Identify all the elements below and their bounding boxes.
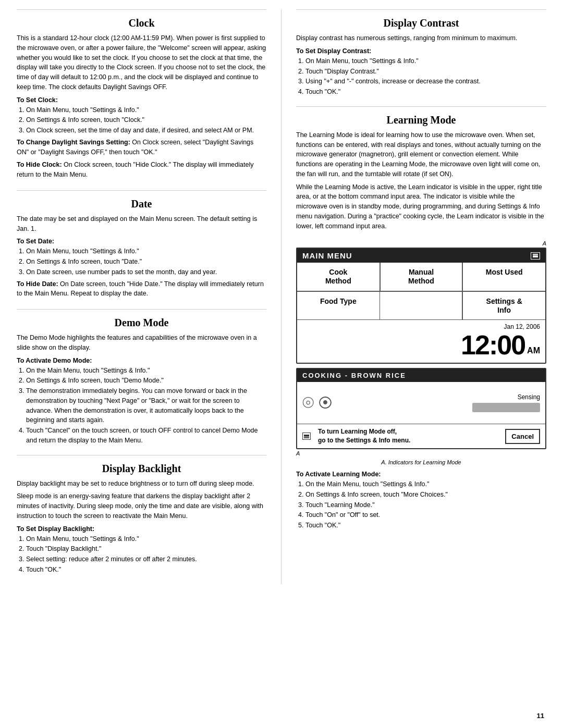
clock-set-heading: To Set Clock: [17,96,266,104]
page-content: Clock This is a standard 12-hour clock (… [0,0,563,597]
demo-mode-section: Demo Mode The Demo Mode highlights the f… [17,317,266,455]
backlight-set-heading: To Set Display Backlight: [17,525,266,533]
list-item: Using "+" and "-" controls, increase or … [305,77,546,87]
list-item: On Main Menu, touch "Settings & Info." [26,105,266,115]
main-menu-header: MAIN MENU [297,249,545,263]
backlight-intro1: Display backlight may be set to reduce b… [17,479,266,489]
cooking-header: COOKING - BROWN RICE [297,369,545,382]
cancel-button[interactable]: Cancel [505,429,540,444]
list-item: On Main Menu, touch "Settings & Info." [305,56,546,66]
list-item: The demonstration immediately begins. Yo… [26,386,266,425]
date-hide-note: To Hide Date: On Date screen, touch "Hid… [17,279,266,299]
list-item: Select setting: reduce after 2 minutes o… [26,554,266,564]
list-item: On Settings & Info screen, touch "Clock.… [26,115,266,125]
clock-section: Clock This is a standard 12-hour clock (… [17,17,266,191]
date-section: Date The date may be set and displayed o… [17,198,266,310]
demo-activate-heading: To Activate Demo Mode: [17,357,266,364]
sensing-bar-area: Sensing [472,393,540,412]
backlight-steps: On Main Menu, touch "Settings & Info." T… [17,534,266,575]
date-intro: The date may be set and displayed on the… [17,214,266,234]
date-title: Date [17,198,266,210]
learning-mode-section: Learning Mode The Learning Mode is ideal… [296,114,546,540]
display-backlight-title: Display Backlight [17,463,266,475]
display-contrast-title: Display Contrast [296,17,546,29]
clock-title: Clock [17,17,266,29]
learning-mode-title: Learning Mode [296,114,546,126]
display-backlight-section: Display Backlight Display backlight may … [17,463,266,584]
most-used-label: Most Used [486,268,523,276]
diagram-caption: A. Indicators for Learning Mode [296,459,546,465]
wave-icon-2: ⦿ [318,395,333,412]
date-steps: On Main Menu, touch "Settings & Info." O… [17,246,266,277]
clock-ampm: AM [527,346,540,355]
learning-msg-line2: go to the Settings & Info menu. [318,437,410,444]
sensing-label: Sensing [518,393,540,401]
food-type-label: Food Type [320,297,357,305]
list-item: On Main Menu, touch "Settings & Info." [26,246,266,256]
settings-info-button[interactable]: Settings &Info [462,291,545,320]
wave-icon-1: ⦾ [302,394,314,412]
list-item: Touch "Display Backlight." [26,544,266,554]
a-marker-bottom: A [296,450,546,456]
cooking-section: COOKING - BROWN RICE ⦾ ⦿ Sensing [296,368,546,449]
list-item: Touch "OK." [305,521,546,530]
cooking-body: ⦾ ⦿ Sensing [297,382,545,424]
learning-msg-line1: To turn Learning Mode off, [318,428,397,435]
learning-intro1: The Learning Mode is ideal for learning … [296,130,546,179]
wave-icons: ⦾ ⦿ [302,394,333,412]
list-item: On Settings & Info screen, touch "Demo M… [26,376,266,386]
cook-method-label: CookMethod [325,268,351,285]
manual-method-button[interactable]: ManualMethod [380,263,463,291]
main-menu-label: MAIN MENU [302,251,352,260]
learning-steps: On the Main Menu, touch "Settings & Info… [296,479,546,530]
learning-activate-heading: To Activate Learning Mode: [296,471,546,478]
date-set-heading: To Set Date: [17,238,266,245]
page-number: 11 [537,712,544,720]
list-item: Touch "Display Contrast." [305,67,546,77]
list-item: Touch "OK." [26,565,266,575]
list-item: Touch "Cancel" on the touch screen, or t… [26,426,266,446]
food-type-button[interactable]: Food Type [297,291,380,320]
cooking-footer: To turn Learning Mode off, go to the Set… [297,424,545,448]
cook-method-button[interactable]: CookMethod [297,263,380,291]
clock-steps: On Main Menu, touch "Settings & Info." O… [17,105,266,135]
list-item: On Clock screen, set the time of day and… [26,126,266,135]
learning-intro2: While the Learning Mode is active, the L… [296,182,546,231]
list-item: On the Main Menu, touch "Settings & Info… [26,366,266,376]
backlight-intro2: Sleep mode is an energy-saving feature t… [17,491,266,521]
manual-method-label: ManualMethod [408,268,434,285]
clock-date: Jan 12, 2006 [302,323,540,330]
sensing-bar [472,403,540,412]
list-item: On Main Menu, touch "Settings & Info." [26,534,266,544]
clock-change-note: To Change Daylight Savings Setting: On C… [17,138,266,157]
demo-steps: On the Main Menu, touch "Settings & Info… [17,366,266,446]
menu-buttons-grid: CookMethod ManualMethod Most Used Food T… [297,263,545,320]
contrast-set-heading: To Set Display Contrast: [296,47,546,55]
learning-message: To turn Learning Mode off, go to the Set… [318,427,500,445]
list-item: On Settings & Info screen, touch "Date." [26,257,266,267]
menu-icon [531,252,540,260]
list-item: Touch "On" or "Off" to set. [305,510,546,520]
settings-info-label: Settings &Info [486,297,522,314]
most-used-button[interactable]: Most Used [462,263,545,291]
demo-mode-title: Demo Mode [17,317,266,329]
clock-intro: This is a standard 12-hour clock (12:00 … [17,33,266,92]
empty-center-cell [380,291,463,320]
contrast-intro: Display contrast has numerous settings, … [296,33,546,43]
demo-intro: The Demo Mode highlights the features an… [17,333,266,353]
a-marker-top: A [296,240,546,246]
list-item: Touch "OK." [305,87,546,97]
list-item: On the Main Menu, touch "Settings & Info… [305,479,546,489]
left-column: Clock This is a standard 12-hour clock (… [17,9,282,584]
clock-time-row: 12:00 AM [302,331,540,359]
diagram-wrapper: A MAIN MENU CookMethod ManualMethod [296,240,546,465]
clock-display-area: Jan 12, 2006 12:00 AM [297,320,545,363]
learning-mode-icon [302,433,311,440]
list-item: Touch "Learning Mode." [305,500,546,510]
main-menu-box: MAIN MENU CookMethod ManualMethod [296,248,546,364]
list-item: On Settings & Info screen, touch "More C… [305,490,546,500]
list-item: On Date screen, use number pads to set t… [26,267,266,277]
clock-hide-note: To Hide Clock: On Clock screen, touch "H… [17,160,266,180]
display-contrast-section: Display Contrast Display contrast has nu… [296,17,546,107]
clock-digits: 12:00 [461,331,525,359]
